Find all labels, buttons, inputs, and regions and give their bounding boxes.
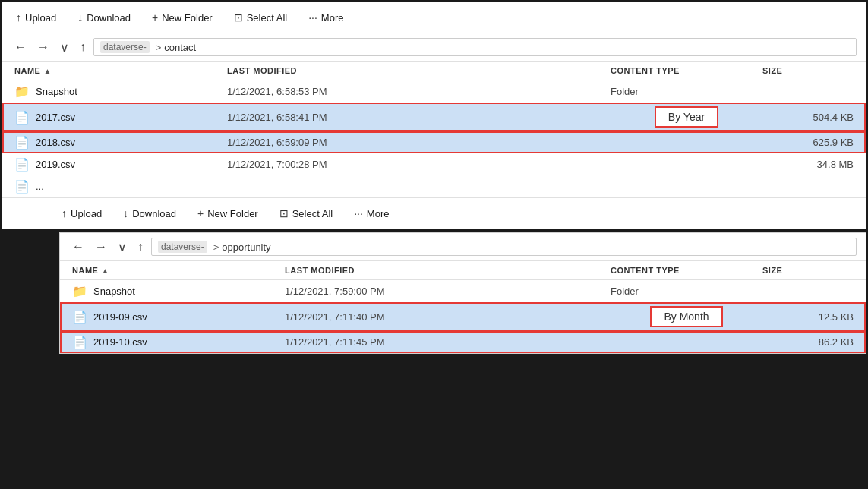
last-modified-col-header-1[interactable]: LAST MODIFIED <box>227 66 611 75</box>
select-all-context-icon: ⊡ <box>279 207 289 219</box>
file-icon: 📄 <box>14 135 30 150</box>
name-header-label-1: NAME <box>14 66 40 75</box>
select-all-button-1[interactable]: ⊡ Select All <box>232 8 289 27</box>
by-month-annotation: By Month <box>650 306 722 327</box>
content-type-col-header-1[interactable]: CONTENT TYPE <box>611 66 762 75</box>
download-context-button[interactable]: ↓ Download <box>122 204 178 222</box>
last-modified-col-header-2[interactable]: LAST MODIFIED <box>285 266 611 275</box>
last-modified-header-label-1: LAST MODIFIED <box>227 66 297 75</box>
file-date: 1/12/2021, 6:58:53 PM <box>227 86 611 97</box>
new-folder-label-1: New Folder <box>162 12 212 24</box>
file-type: By Year <box>611 106 762 128</box>
file-type: Folder <box>611 286 762 297</box>
table-row[interactable]: 📄 2019.csv 1/12/2021, 7:00:28 PM 34.8 MB <box>2 153 866 175</box>
name-col-header-1[interactable]: NAME ▲ <box>14 66 227 75</box>
file-name-text: Snapshot <box>93 286 135 297</box>
panel-2: ← → ∨ ↑ dataverse- > opportunity NAME ▲ … <box>59 232 866 354</box>
new-folder-context-button[interactable]: + New Folder <box>196 204 260 222</box>
select-all-context-button[interactable]: ⊡ Select All <box>278 204 334 222</box>
content-type-header-label-2: CONTENT TYPE <box>611 266 680 275</box>
more-icon-1: ··· <box>308 11 317 24</box>
new-folder-context-icon: + <box>197 207 204 219</box>
size-col-header-2[interactable]: SIZE <box>762 266 854 275</box>
down-arrow-2[interactable]: ∨ <box>115 238 130 256</box>
file-list-1: 📁 Snapshot 1/12/2021, 6:58:53 PM Folder … <box>2 80 866 197</box>
nav-path-2[interactable]: dataverse- > opportunity <box>151 238 857 256</box>
file-name-text: 2019-09.csv <box>93 311 147 323</box>
panel-1: ↑ Upload ↓ Download + New Folder ⊡ Selec… <box>2 2 866 229</box>
file-size: 86.2 KB <box>762 336 854 348</box>
forward-arrow-2[interactable]: → <box>92 238 110 255</box>
more-context-button[interactable]: ··· More <box>352 204 390 222</box>
table-row[interactable]: 📄 2019-09.csv 1/12/2021, 7:11:40 PM By M… <box>60 302 866 331</box>
file-name-cell: 📄 2017.csv <box>14 110 227 125</box>
table-row[interactable]: 📄 ... <box>2 175 866 197</box>
file-date: 1/12/2021, 7:00:28 PM <box>227 159 611 170</box>
last-modified-header-label-2: LAST MODIFIED <box>285 266 355 275</box>
file-icon: 📄 <box>14 179 30 194</box>
folder-icon: 📁 <box>14 84 30 99</box>
file-size: 12.5 KB <box>762 311 854 323</box>
upload-button-1[interactable]: ↑ Upload <box>14 8 58 27</box>
file-name-text: ... <box>36 181 44 192</box>
file-type: By Month <box>611 306 762 327</box>
nav-bar-1: ← → ∨ ↑ dataverse- > contact <box>2 33 866 62</box>
file-date: 1/12/2021, 7:11:45 PM <box>285 336 611 348</box>
file-date: 1/12/2021, 6:59:09 PM <box>227 137 611 148</box>
more-context-icon: ··· <box>354 207 363 219</box>
file-date: 1/12/2021, 7:11:40 PM <box>285 311 611 323</box>
back-arrow-1[interactable]: ← <box>11 39 30 55</box>
nav-path-text-2: dataverse- <box>158 241 207 253</box>
name-col-header-2[interactable]: NAME ▲ <box>72 266 285 275</box>
nav-path-1[interactable]: dataverse- > contact <box>93 38 857 56</box>
file-date: 1/12/2021, 7:59:00 PM <box>285 286 611 297</box>
more-button-1[interactable]: ··· More <box>307 8 345 27</box>
upload-context-button[interactable]: ↑ Upload <box>60 204 103 222</box>
up-arrow-1[interactable]: ↑ <box>77 39 89 55</box>
nav-path-text-1: dataverse- <box>100 41 150 53</box>
file-name-text: 2019-10.csv <box>93 336 147 348</box>
file-date: 1/12/2021, 6:58:41 PM <box>227 112 611 123</box>
file-icon: 📄 <box>14 157 30 172</box>
file-name-text: 2017.csv <box>36 112 75 123</box>
file-size: 504.4 KB <box>762 112 854 123</box>
name-sort-arrow-1: ▲ <box>43 67 51 75</box>
nav-bar-2: ← → ∨ ↑ dataverse- > opportunity <box>60 233 866 261</box>
toolbar-context-1: ↑ Upload ↓ Download + New Folder ⊡ Selec… <box>2 197 866 229</box>
toolbar-1: ↑ Upload ↓ Download + New Folder ⊡ Selec… <box>2 2 866 33</box>
table-row[interactable]: 📄 2019-10.csv 1/12/2021, 7:11:45 PM 86.2… <box>60 331 866 353</box>
select-all-context-label: Select All <box>292 208 333 219</box>
file-size: 34.8 MB <box>762 159 854 170</box>
nav-chevron-2: > <box>213 241 219 253</box>
size-col-header-1[interactable]: SIZE <box>762 66 854 75</box>
size-header-label-1: SIZE <box>762 66 782 75</box>
upload-context-icon: ↑ <box>62 207 67 219</box>
file-name-cell: 📄 ... <box>14 179 227 194</box>
content-type-col-header-2[interactable]: CONTENT TYPE <box>611 266 762 275</box>
forward-arrow-1[interactable]: → <box>34 39 52 55</box>
download-label-1: Download <box>87 12 131 24</box>
folder-icon: 📁 <box>72 284 87 298</box>
down-arrow-1[interactable]: ∨ <box>57 39 72 56</box>
file-icon: 📄 <box>14 110 30 125</box>
download-context-label: Download <box>132 208 176 219</box>
new-folder-context-label: New Folder <box>207 208 257 219</box>
table-row[interactable]: 📁 Snapshot 1/12/2021, 7:59:00 PM Folder <box>60 280 866 302</box>
file-icon: 📄 <box>72 310 87 324</box>
upload-context-label: Upload <box>71 208 102 219</box>
download-icon-1: ↓ <box>77 11 83 24</box>
table-row[interactable]: 📄 2017.csv 1/12/2021, 6:58:41 PM By Year… <box>2 103 866 131</box>
nav-chevron-1: > <box>156 42 162 53</box>
download-button-1[interactable]: ↓ Download <box>76 8 132 27</box>
new-folder-button-1[interactable]: + New Folder <box>150 8 214 27</box>
file-name-cell: 📁 Snapshot <box>14 84 227 99</box>
table-row[interactable]: 📄 2018.csv 1/12/2021, 6:59:09 PM 625.9 K… <box>2 131 866 153</box>
file-size: 625.9 KB <box>762 137 854 148</box>
up-arrow-2[interactable]: ↑ <box>134 238 147 255</box>
file-name-cell: 📄 2018.csv <box>14 135 227 150</box>
file-name-cell: 📁 Snapshot <box>72 284 285 298</box>
back-arrow-2[interactable]: ← <box>69 238 87 255</box>
select-all-label-1: Select All <box>247 12 287 24</box>
table-row[interactable]: 📁 Snapshot 1/12/2021, 6:58:53 PM Folder <box>2 80 866 103</box>
name-sort-arrow-2: ▲ <box>101 267 109 275</box>
